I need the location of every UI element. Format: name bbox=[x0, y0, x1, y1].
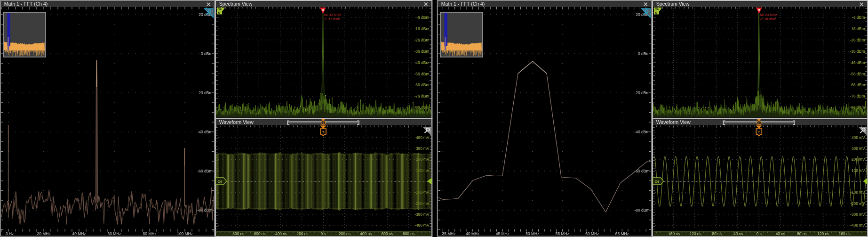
svg-text:45 MHz: 45 MHz bbox=[496, 231, 510, 236]
svg-text:C4: C4 bbox=[218, 180, 222, 183]
svg-text:Spectrum View: Spectrum View bbox=[656, 1, 690, 7]
svg-text:20 MHz: 20 MHz bbox=[37, 231, 51, 236]
svg-text:-66 dBm: -66 dBm bbox=[850, 82, 865, 87]
svg-text:-6 dBm: -6 dBm bbox=[852, 15, 865, 20]
svg-text:T: T bbox=[322, 121, 324, 124]
svg-text:35 MHz: 35 MHz bbox=[442, 231, 456, 236]
svg-text:-80 dBm: -80 dBm bbox=[634, 208, 649, 212]
svg-text:T: T bbox=[758, 130, 760, 134]
svg-text:Spectrum View: Spectrum View bbox=[219, 1, 253, 7]
svg-text:300 mV: 300 mV bbox=[416, 146, 430, 151]
svg-text:0 dBm: 0 dBm bbox=[201, 51, 213, 56]
svg-text:50.00 MHz: 50.00 MHz bbox=[760, 13, 777, 17]
svg-text:-16 dBm: -16 dBm bbox=[850, 26, 865, 31]
svg-text:C4: C4 bbox=[655, 180, 659, 183]
svg-text:-60 dBm: -60 dBm bbox=[634, 169, 649, 173]
svg-text:N: N bbox=[218, 11, 220, 15]
svg-text:-76 dBm: -76 dBm bbox=[850, 94, 865, 98]
svg-text:-26 dBm: -26 dBm bbox=[414, 38, 429, 42]
svg-text:-100 mV: -100 mV bbox=[850, 190, 865, 195]
svg-text:-400 mV: -400 mV bbox=[850, 223, 865, 228]
svg-text:0 dBm: 0 dBm bbox=[638, 51, 650, 56]
svg-text:-36 dBm: -36 dBm bbox=[850, 49, 865, 54]
svg-text:-46 dBm: -46 dBm bbox=[850, 60, 865, 65]
svg-text:Math 1 - FFT (Ch 4): Math 1 - FFT (Ch 4) bbox=[4, 1, 48, 7]
svg-text:-66 dBm: -66 dBm bbox=[414, 82, 429, 87]
svg-text:-56 dBm: -56 dBm bbox=[414, 72, 429, 76]
svg-text:-20 dBm: -20 dBm bbox=[197, 90, 212, 95]
svg-text:R: R bbox=[322, 8, 324, 12]
svg-text:-6 dBm: -6 dBm bbox=[416, 15, 429, 20]
svg-text:0 Hz: 0 Hz bbox=[6, 231, 14, 236]
svg-text:N: N bbox=[655, 11, 657, 15]
svg-text:80 MHz: 80 MHz bbox=[143, 231, 157, 236]
svg-text:-40 dBm: -40 dBm bbox=[634, 130, 649, 134]
svg-text:T: T bbox=[758, 121, 760, 124]
svg-text:50 MHz: 50 MHz bbox=[526, 231, 539, 236]
svg-text:-2.37 dBm: -2.37 dBm bbox=[324, 17, 341, 21]
svg-text:T: T bbox=[322, 130, 325, 134]
svg-text:60 MHz: 60 MHz bbox=[108, 231, 121, 236]
svg-text:C4: C4 bbox=[655, 8, 659, 11]
svg-text:-26 dBm: -26 dBm bbox=[850, 38, 865, 42]
svg-text:-46 dBm: -46 dBm bbox=[414, 60, 429, 65]
svg-text:40 MHz: 40 MHz bbox=[466, 231, 479, 236]
svg-text:-76 dBm: -76 dBm bbox=[414, 94, 429, 98]
svg-text:C4: C4 bbox=[218, 8, 222, 11]
svg-text:60 MHz: 60 MHz bbox=[585, 231, 599, 236]
svg-text:-56 dBm: -56 dBm bbox=[850, 72, 865, 76]
svg-text:Math 1 - FFT (Ch 4): Math 1 - FFT (Ch 4) bbox=[441, 1, 485, 7]
svg-text:100 MHz: 100 MHz bbox=[177, 231, 193, 236]
svg-text:300 mV: 300 mV bbox=[852, 146, 865, 151]
svg-text:-2.38 dBm: -2.38 dBm bbox=[760, 17, 776, 21]
svg-text:Waveform View: Waveform View bbox=[656, 119, 691, 125]
svg-text:-300 mV: -300 mV bbox=[850, 212, 865, 217]
svg-text:-20 dBm: -20 dBm bbox=[634, 90, 649, 95]
svg-text:55 MHz: 55 MHz bbox=[556, 231, 569, 236]
svg-text:-400 mV: -400 mV bbox=[414, 223, 430, 228]
svg-text:R: R bbox=[758, 8, 760, 12]
svg-text:Waveform View: Waveform View bbox=[219, 119, 254, 125]
svg-text:-200 mV: -200 mV bbox=[850, 201, 865, 206]
svg-text:50.00 MHz: 50.00 MHz bbox=[324, 13, 342, 17]
svg-text:-60 dBm: -60 dBm bbox=[197, 169, 212, 173]
svg-text:400 mV: 400 mV bbox=[852, 135, 865, 140]
svg-text:65 MHz: 65 MHz bbox=[615, 231, 629, 236]
svg-text:400 mV: 400 mV bbox=[416, 135, 430, 140]
svg-text:-300 mV: -300 mV bbox=[414, 212, 430, 217]
svg-text:-36 dBm: -36 dBm bbox=[414, 49, 429, 54]
svg-text:-16 dBm: -16 dBm bbox=[414, 26, 429, 31]
svg-text:100 mV: 100 mV bbox=[852, 168, 865, 173]
svg-text:-40 dBm: -40 dBm bbox=[197, 130, 212, 134]
svg-text:40 MHz: 40 MHz bbox=[72, 231, 86, 236]
